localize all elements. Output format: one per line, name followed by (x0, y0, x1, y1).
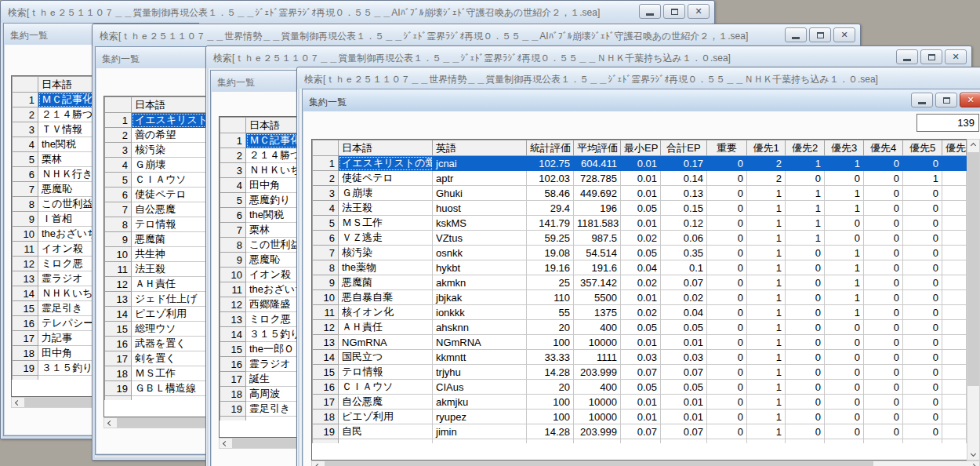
cell[interactable]: 10000 (574, 395, 621, 410)
cell[interactable]: 0.01 (621, 156, 661, 171)
cell[interactable]: 0 (825, 395, 864, 410)
cell[interactable]: 10000 (574, 410, 621, 424)
table-row[interactable]: 10悪自暴自棄jbjkak11055000.010.02010100 (313, 290, 967, 305)
cell[interactable]: 0 (707, 260, 747, 275)
cell[interactable]: 0 (903, 395, 942, 410)
cell[interactable]: 0 (903, 335, 942, 350)
cell[interactable]: 0.07 (661, 424, 707, 439)
cell[interactable]: 0 (707, 186, 747, 201)
cell[interactable]: CIAus (433, 380, 527, 395)
table-row[interactable]: 12ＡＨ責任ahsknn204000.050.05010000 (313, 320, 967, 335)
scrollbar-thumb[interactable] (967, 152, 979, 386)
cell[interactable]: 20 (527, 380, 574, 395)
window-titlebar[interactable]: 検索[ｔｈｅ２５１１０７＿＿世界情勢＿＿質量制御再現公表１．５＿＿ｼﾞｪﾄﾞ霊界… (297, 67, 980, 89)
cell[interactable]: 0.01 (621, 171, 661, 186)
row-number-cell[interactable]: 15 (105, 322, 132, 337)
table-row[interactable]: 13NGmRNANGmRNA100100000.010.01010000 (313, 335, 967, 350)
cell[interactable]: 0 (786, 380, 825, 395)
column-header[interactable]: 合計EP (661, 140, 707, 156)
cell[interactable]: 0.01 (621, 410, 661, 424)
row-number-cell[interactable]: 8 (105, 217, 132, 232)
cell[interactable]: akmjku (433, 395, 527, 410)
cell[interactable]: 0 (903, 186, 942, 201)
row-number-cell[interactable]: 12 (220, 297, 246, 312)
cell[interactable]: 141.79 (527, 216, 574, 231)
cell[interactable]: 203.999 (574, 424, 621, 439)
cell[interactable] (942, 275, 967, 290)
row-number-cell[interactable]: 7 (313, 246, 339, 260)
cell[interactable]: 1 (747, 424, 786, 439)
close-button[interactable]: ✕ (945, 49, 967, 64)
child-window-titlebar[interactable]: 集約一覧 ✕ (303, 89, 980, 111)
row-number-cell[interactable]: 10 (13, 227, 38, 242)
row-number-cell[interactable]: 9 (105, 232, 132, 247)
cell[interactable]: ionkkk (433, 305, 527, 320)
cell[interactable]: 0 (864, 216, 903, 231)
cell[interactable]: 14.28 (527, 424, 574, 439)
cell[interactable]: 0 (864, 395, 903, 410)
cell[interactable] (942, 410, 967, 424)
cell[interactable]: 0.06 (661, 231, 707, 246)
scroll-left-button[interactable] (220, 439, 231, 448)
cell[interactable]: 使徒ペテロ (339, 171, 433, 186)
cell[interactable]: jbjkak (433, 290, 527, 305)
cell[interactable]: 110 (527, 290, 574, 305)
cell[interactable]: 1 (747, 335, 786, 350)
row-number-cell[interactable]: 9 (313, 275, 339, 290)
cell[interactable]: 0 (786, 171, 825, 186)
row-number-cell[interactable]: 16 (13, 316, 38, 331)
cell[interactable]: 1 (786, 216, 825, 231)
table-row[interactable]: 4法王殺huost29.41960.050.15011100 (313, 201, 967, 216)
cell[interactable]: 0 (864, 424, 903, 439)
cell[interactable]: 0.07 (661, 275, 707, 290)
cell[interactable]: ＶＺ逃走 (339, 231, 433, 246)
cell[interactable]: 1 (747, 246, 786, 260)
row-number-cell[interactable]: 11 (220, 282, 246, 297)
restore-button[interactable] (809, 27, 831, 42)
cell[interactable]: 0 (707, 335, 747, 350)
cell[interactable] (942, 424, 967, 439)
cell[interactable] (942, 350, 967, 365)
row-number-cell[interactable]: 18 (105, 366, 132, 381)
close-button[interactable]: ✕ (833, 27, 855, 42)
table-row[interactable]: 15テロ情報trjyhu14.28203.9990.070.07010000 (313, 365, 967, 380)
cell[interactable]: 0.01 (661, 395, 707, 410)
row-number-cell[interactable]: 6 (220, 208, 246, 223)
row-number-cell[interactable]: 1 (313, 156, 339, 171)
cell[interactable]: 1111 (574, 350, 621, 365)
cell[interactable] (942, 156, 967, 171)
cell[interactable]: 19.08 (527, 246, 574, 260)
row-number-cell[interactable]: 19 (220, 402, 246, 417)
cell[interactable]: 0.05 (621, 246, 661, 260)
row-number-cell[interactable]: 7 (220, 223, 246, 238)
row-number-cell[interactable]: 6 (13, 167, 38, 182)
cell[interactable]: 0 (825, 231, 864, 246)
row-number-cell[interactable]: 5 (313, 216, 339, 231)
cell[interactable]: 0 (786, 320, 825, 335)
cell[interactable]: 0 (903, 260, 942, 275)
row-number-cell[interactable]: 2 (13, 107, 38, 122)
cell[interactable]: ＡＨ責任 (339, 320, 433, 335)
cell[interactable]: 0 (825, 365, 864, 380)
cell[interactable]: 1 (825, 201, 864, 216)
cell[interactable]: 400 (574, 380, 621, 395)
cell[interactable]: 0 (903, 380, 942, 395)
row-number-cell[interactable]: 15 (13, 301, 38, 316)
cell[interactable]: 0 (707, 305, 747, 320)
cell[interactable]: 0.05 (621, 201, 661, 216)
cell[interactable]: 1 (747, 260, 786, 275)
scroll-right-button[interactable] (967, 461, 979, 466)
scroll-left-button[interactable] (104, 418, 116, 428)
cell[interactable]: 0.17 (661, 156, 707, 171)
cell[interactable]: 1 (747, 350, 786, 365)
cell[interactable]: trjyhu (433, 365, 527, 380)
cell[interactable]: 0 (707, 365, 747, 380)
row-number-cell[interactable]: 6 (313, 231, 339, 246)
cell[interactable] (942, 380, 967, 395)
cell[interactable]: NGmRNA (339, 335, 433, 350)
cell[interactable] (942, 305, 967, 320)
cell[interactable]: 29.4 (527, 201, 574, 216)
cell[interactable]: 1 (747, 231, 786, 246)
cell[interactable]: 1 (747, 320, 786, 335)
cell[interactable]: 728.785 (574, 171, 621, 186)
